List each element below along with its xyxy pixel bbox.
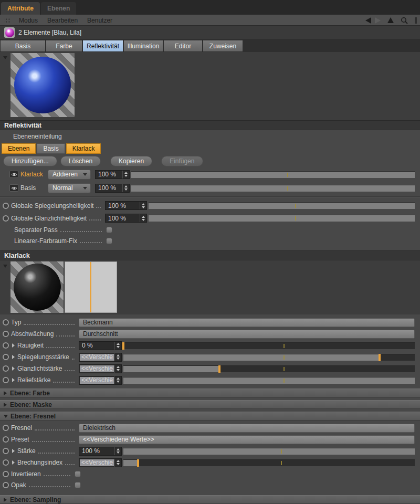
spinner-up-icon[interactable]: [117, 377, 120, 380]
typ-dropdown[interactable]: Beckmann: [79, 318, 415, 327]
spinner-up-icon[interactable]: [117, 354, 120, 356]
animation-dot-icon[interactable]: [3, 354, 9, 360]
panel-grid-icon[interactable]: [4, 17, 11, 23]
search-icon[interactable]: [401, 17, 408, 24]
slider-handle[interactable]: [218, 365, 220, 373]
back-icon[interactable]: [365, 17, 371, 24]
blend-mode-dropdown[interactable]: Normal: [48, 183, 91, 193]
preset-dropdown[interactable]: <<Verschiedene Werte>>: [79, 435, 415, 444]
abschwaechung-dropdown[interactable]: Durchschnitt: [79, 330, 415, 339]
slider-handle[interactable]: [379, 354, 381, 361]
animation-dot-icon[interactable]: [3, 342, 9, 349]
spinner-up-icon[interactable]: [117, 343, 120, 345]
layout-button-ebenen[interactable]: Ebenen: [2, 143, 36, 154]
spiegelungsstaerke-spinner[interactable]: <<Verschie: [79, 353, 122, 362]
spinner-up-icon[interactable]: [142, 216, 145, 218]
tab-editor[interactable]: Editor: [164, 40, 202, 51]
section-ebene-maske[interactable]: Ebene: Maske: [0, 400, 420, 409]
expand-arrow-icon[interactable]: [12, 343, 15, 348]
spinner-down-icon[interactable]: [142, 219, 145, 221]
spinner-down-icon[interactable]: [124, 188, 128, 191]
global-glanzlicht-slider[interactable]: [149, 215, 415, 222]
global-glanzlicht-spinner[interactable]: 100 %: [105, 214, 147, 223]
tab-reflektivitaet[interactable]: Reflektivität: [83, 40, 123, 51]
spinner-down-icon[interactable]: [124, 175, 128, 177]
staerke-spinner[interactable]: 100 %: [79, 447, 122, 456]
staerke-slider[interactable]: [123, 448, 415, 455]
add-layer-button[interactable]: Hinzufügen...: [3, 156, 57, 166]
global-spiegelung-spinner[interactable]: 100 %: [105, 201, 147, 210]
copy-layer-button[interactable]: Kopieren: [110, 156, 152, 166]
spinner-down-icon[interactable]: [142, 206, 145, 208]
expand-arrow-icon[interactable]: [12, 355, 15, 359]
menu-bearbeiten[interactable]: Bearbeiten: [43, 17, 82, 24]
spinner-down-icon[interactable]: [117, 452, 120, 454]
menu-modus[interactable]: Modus: [14, 17, 43, 24]
layer-amount-spinner[interactable]: 100 %: [95, 170, 130, 179]
blend-mode-dropdown[interactable]: Addieren: [48, 170, 91, 180]
animation-dot-icon[interactable]: [3, 448, 9, 454]
layout-button-klarlack[interactable]: Klarlack: [66, 143, 101, 154]
rauigkeit-spinner[interactable]: 0 %: [79, 341, 122, 350]
animation-dot-icon[interactable]: [3, 319, 9, 326]
tab-ebenen[interactable]: Ebenen: [41, 2, 76, 15]
preview-collapse-icon[interactable]: [3, 265, 7, 268]
linearer-farbraum-fix-checkbox[interactable]: [106, 238, 112, 244]
expand-arrow-icon[interactable]: [12, 366, 15, 371]
spinner-down-icon[interactable]: [117, 381, 120, 383]
rauigkeit-slider[interactable]: [123, 342, 415, 349]
expand-arrow-icon[interactable]: [12, 449, 15, 453]
delete-layer-button[interactable]: Löschen: [60, 156, 101, 166]
layer-amount-slider[interactable]: [131, 185, 415, 192]
animation-dot-icon[interactable]: [3, 436, 9, 443]
opak-checkbox[interactable]: [75, 482, 81, 488]
glanzlichtstaerke-slider[interactable]: [123, 365, 415, 372]
spinner-down-icon[interactable]: [117, 463, 120, 465]
fresnel-dropdown[interactable]: Dielektrisch: [79, 424, 415, 433]
animation-dot-icon[interactable]: [3, 365, 9, 372]
up-icon[interactable]: [387, 17, 394, 23]
klarlack-preview[interactable]: [10, 261, 64, 313]
animation-dot-icon[interactable]: [3, 471, 9, 477]
animation-dot-icon[interactable]: [3, 203, 9, 209]
spinner-down-icon[interactable]: [117, 346, 120, 348]
tab-basis[interactable]: Basis: [1, 40, 45, 51]
layer-amount-slider[interactable]: [131, 171, 415, 178]
spinner-up-icon[interactable]: [117, 460, 120, 462]
layer-name[interactable]: Klarlack: [20, 171, 48, 178]
fresnel-curve-panel[interactable]: [65, 261, 117, 313]
spinner-up-icon[interactable]: [124, 172, 128, 174]
separater-pass-checkbox[interactable]: [106, 227, 112, 233]
material-preview[interactable]: [10, 53, 75, 117]
spiegelungsstaerke-slider[interactable]: [123, 354, 415, 361]
tab-illumination[interactable]: Illumination: [124, 40, 163, 51]
eye-icon[interactable]: [9, 171, 18, 178]
slider-handle[interactable]: [137, 459, 139, 467]
layer-amount-spinner[interactable]: 100 %: [95, 184, 130, 193]
tab-farbe[interactable]: Farbe: [46, 40, 82, 51]
eye-icon[interactable]: [9, 184, 18, 192]
reliefstaerke-slider[interactable]: [123, 377, 415, 384]
spinner-up-icon[interactable]: [142, 203, 145, 205]
brechungsindex-slider[interactable]: [123, 459, 415, 466]
layout-button-basis[interactable]: Basis: [37, 143, 65, 154]
global-spiegelung-slider[interactable]: [149, 202, 415, 209]
preview-collapse-icon[interactable]: [3, 56, 7, 59]
brechungsindex-spinner[interactable]: <<Verschie: [79, 458, 122, 467]
spinner-up-icon[interactable]: [124, 185, 128, 187]
section-ebene-farbe[interactable]: Ebene: Farbe: [0, 388, 420, 397]
slider-handle[interactable]: [122, 342, 124, 350]
animation-dot-icon[interactable]: [3, 377, 9, 383]
section-ebene-sampling[interactable]: Ebene: Sampling: [0, 495, 420, 504]
spinner-down-icon[interactable]: [117, 358, 120, 360]
animation-dot-icon[interactable]: [3, 331, 9, 337]
invertieren-checkbox[interactable]: [75, 471, 81, 477]
section-ebene-fresnel[interactable]: Ebene: Fresnel: [0, 412, 420, 421]
tab-attribute[interactable]: Attribute: [1, 2, 40, 15]
glanzlichtstaerke-spinner[interactable]: <<Verschie: [79, 364, 122, 373]
spinner-down-icon[interactable]: [117, 369, 120, 371]
expand-arrow-icon[interactable]: [12, 460, 15, 465]
animation-dot-icon[interactable]: [3, 459, 9, 466]
expand-arrow-icon[interactable]: [12, 378, 15, 382]
menu-benutzer[interactable]: Benutzer: [82, 17, 117, 24]
